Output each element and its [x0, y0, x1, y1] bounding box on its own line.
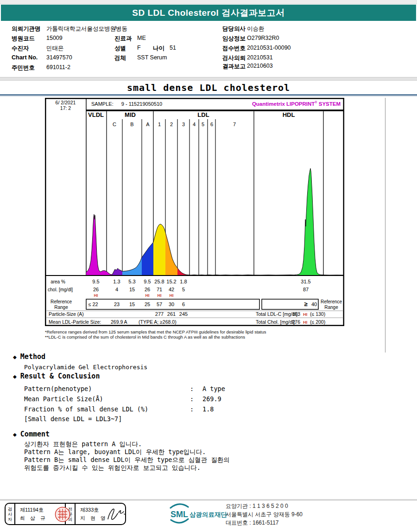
result-row-value: 269.9: [202, 395, 221, 403]
chart-footnotes: *Reference ranges derived from 125 serum…: [45, 329, 266, 340]
subband-label: 1: [158, 122, 161, 127]
subband-label: 3: [182, 122, 185, 127]
comment-line: 위험도를 증가시킬 수 있는 위험인자로 보고되고 있습니다.: [24, 464, 201, 472]
hi-flag: HI: [170, 293, 174, 298]
comment-heading: ◆ Comment: [13, 430, 50, 438]
lipoprint-chart: VLDLMIDLDLHDLCBA1234567area %chol. [mg/d…: [45, 98, 344, 326]
curve-fill-mid-a: [142, 242, 153, 276]
subband-label: 6: [210, 122, 213, 127]
method-body: Polyacrylamide Gel Electrophoresis: [24, 364, 147, 371]
sml-logo-text: SML: [171, 510, 188, 519]
area-value: 1.8: [180, 279, 187, 284]
band-label-hdl: HDL: [283, 111, 295, 118]
total-chol-hi-flag: HI: [303, 320, 308, 325]
result-row-colon: :: [190, 405, 194, 413]
field-label: 진료과: [114, 35, 132, 43]
field-label: 결과보고: [222, 63, 246, 71]
lipoprint-chart-svg: VLDLMIDLDLHDLCBA1234567area %chol. [mg/d…: [45, 98, 344, 326]
ref-value: 23: [114, 301, 120, 307]
ref-value: ≤ 22: [88, 301, 98, 307]
particle-size-value: 261: [167, 311, 176, 317]
area-value: 31.5: [301, 279, 310, 284]
handwritten-signature-icon: [106, 506, 126, 522]
subband-label: 2: [170, 122, 173, 127]
area-value: 5.3: [128, 279, 135, 284]
sml-logo: SML: [168, 502, 190, 526]
org-name: 삼광의료재단: [190, 511, 227, 519]
chol-row-label: chol. [mg/dl]: [48, 287, 73, 292]
field-value: 20210531: [247, 54, 273, 61]
field-value: SST Serum: [137, 54, 167, 61]
ref-value: 6: [182, 301, 185, 307]
ref-label-right: Range: [324, 305, 338, 310]
total-chol-value: 276: [292, 319, 300, 325]
result-row-colon: :: [190, 395, 194, 403]
result-heading: ◆ Result & Conclusion: [13, 372, 100, 380]
result-note: [Small dense LDL = LDL3~7]: [24, 415, 122, 423]
sample-id-row: SAMPLE: 9 - 115219050510: [91, 101, 162, 107]
sample-id: 9 - 115219050510: [121, 101, 163, 107]
chol-value: 26: [93, 287, 99, 292]
field-label: 접수번호: [222, 45, 246, 52]
specialist-cell: 제333호 지 현 영: [76, 504, 125, 524]
red-seal-stamp-icon: [54, 506, 71, 523]
total-chol-label: Total Chol. [mg/dl]:: [256, 319, 296, 325]
brand-suffix: SYSTEM: [317, 101, 341, 107]
subband-label: B: [130, 122, 133, 127]
field-label: 검사의뢰: [222, 54, 246, 62]
org-provider-no: 요양기관 : 1 1 3 6 5 2 0 0: [226, 502, 303, 510]
result-row-colon: :: [190, 385, 194, 392]
brand-name: Quantimetrix LIPOPRINT: [252, 101, 315, 107]
mean-size-type: (TYPE A; ≥268.0): [139, 319, 177, 325]
field-value: 민태은: [46, 45, 64, 52]
diamond-bullet-icon: ◆: [13, 373, 17, 380]
mean-size-value: 269.9 A: [111, 319, 127, 325]
hdl-ref-gte: ≥: [304, 301, 307, 308]
field-label: 성별: [114, 45, 126, 52]
band-label-mid: MID: [125, 111, 136, 118]
method-heading-text: Method: [20, 353, 45, 361]
total-ldl-value: 163: [292, 311, 300, 317]
org-address: 서울특별시 서초구 양재동 9-60: [226, 510, 303, 519]
examiner-role: 검사자: [6, 504, 15, 524]
particle-size-value: 277: [155, 311, 164, 317]
sml-logo-icon: SML: [168, 502, 190, 526]
field-value: 15009: [46, 35, 63, 41]
org-info: 요양기관 : 1 1 3 6 5 2 0 0 서울특별시 서초구 양재동 9-6…: [226, 502, 303, 527]
section-divider: [0, 77, 417, 81]
signature-stamp-box: 검사자 제11194호 최 삼 규 전문의 제333호 지 현 영: [5, 503, 126, 525]
field-label: 주민번호: [12, 64, 35, 72]
subband-label: 7: [233, 122, 236, 127]
field-label: 나이: [153, 45, 164, 52]
chol-value: 71: [157, 287, 162, 292]
ref-value: 15: [129, 301, 135, 307]
ref-label-left: Reference: [51, 299, 72, 304]
field-value: F: [137, 45, 141, 51]
examiner-cell: 제11194호 최 삼 규: [15, 504, 65, 524]
chol-value: 26: [145, 287, 150, 292]
subband-label: 5: [202, 122, 204, 127]
hi-flag: HI: [158, 293, 162, 298]
sample-label: SAMPLE:: [91, 101, 114, 107]
chol-value: 42: [169, 287, 174, 292]
result-row-label: Fraction % of small dense LDL (%): [24, 405, 148, 413]
result-heading-text: Result & Conclusion: [20, 372, 100, 380]
curve-fill-ldl1: [153, 224, 165, 276]
ref-label-left: Range: [54, 305, 68, 310]
field-label: 임상정보: [222, 35, 246, 43]
hi-flag: HI: [145, 293, 150, 298]
diamond-bullet-icon: ◆: [13, 431, 17, 438]
ref-value: 30: [169, 301, 174, 307]
subband-label: A: [146, 122, 150, 127]
result-row-label: Pattern(phenotype): [24, 385, 92, 392]
area-value: 9.5: [92, 279, 99, 284]
field-value: 691011-2: [46, 64, 70, 71]
field-label: 검체: [114, 54, 126, 62]
curve-fill-hdl: [297, 168, 321, 276]
field-value: 20210531-00090: [247, 45, 291, 51]
diamond-bullet-icon: ◆: [13, 353, 17, 360]
chart-border: [45, 98, 344, 326]
curve-fill-vldl: [86, 214, 112, 276]
result-row-value: 1.8: [202, 405, 214, 413]
total-ldl-hi-flag: HI: [303, 312, 308, 317]
